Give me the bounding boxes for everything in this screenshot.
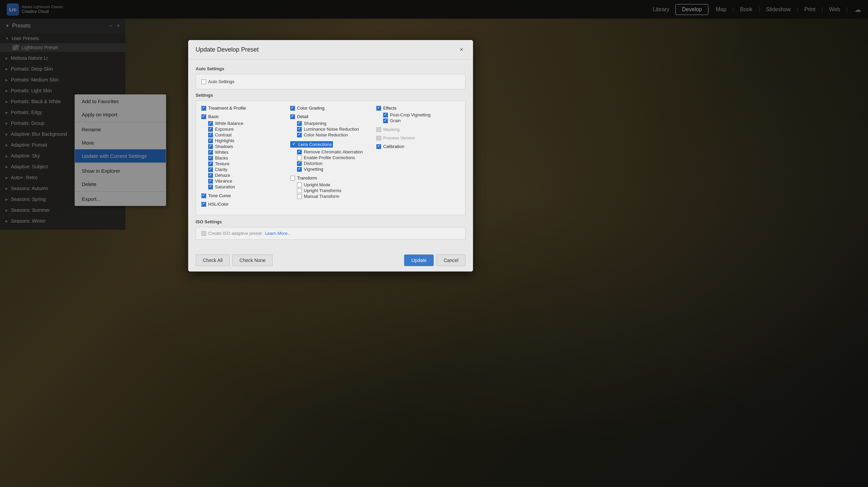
grain-label: Grain	[390, 118, 401, 123]
white-balance-checkbox[interactable]	[208, 121, 213, 126]
check-all-button[interactable]: Check All	[196, 255, 230, 266]
detail-label-row[interactable]: Detail	[290, 114, 371, 119]
treatment-checkbox[interactable]	[201, 106, 206, 111]
saturation-item[interactable]: Saturation	[201, 184, 285, 190]
dehaze-item[interactable]: Dehaze	[201, 172, 285, 178]
modal-header: Update Develop Preset ×	[188, 40, 473, 59]
grain-checkbox[interactable]	[383, 118, 388, 123]
whites-item[interactable]: Whites	[201, 149, 285, 155]
tone-curve-label-row[interactable]: Tone Curve	[201, 193, 285, 198]
check-none-button[interactable]: Check None	[232, 255, 273, 266]
treatment-label-row[interactable]: Treatment & Profile	[201, 106, 285, 111]
highlights-checkbox[interactable]	[208, 138, 213, 143]
masking-label-row[interactable]: Masking	[376, 127, 460, 132]
masking-checkbox[interactable]	[376, 127, 381, 132]
color-grading-checkbox[interactable]	[290, 106, 295, 111]
remove-chromatic-checkbox[interactable]	[297, 150, 302, 154]
footer-left-buttons: Check All Check None	[196, 255, 273, 266]
settings-col-3: Effects Post-Crop Vignetting Grain	[374, 106, 460, 210]
sharpening-item[interactable]: Sharpening	[290, 120, 371, 126]
setting-group-effects: Effects Post-Crop Vignetting Grain	[376, 106, 460, 124]
process-version-checkbox[interactable]	[376, 136, 381, 141]
texture-checkbox[interactable]	[208, 162, 213, 166]
distortion-item[interactable]: Distortion	[290, 161, 371, 166]
iso-checkbox[interactable]	[201, 231, 206, 236]
white-balance-item[interactable]: White Balance	[201, 120, 285, 126]
basic-label-row[interactable]: Basic	[201, 114, 285, 119]
modal-title: Update Develop Preset	[196, 46, 259, 53]
remove-chromatic-item[interactable]: Remove Chromatic Aberration	[290, 149, 371, 155]
saturation-checkbox[interactable]	[208, 185, 213, 189]
upright-transforms-checkbox[interactable]	[297, 188, 302, 193]
upright-mode-item[interactable]: Upright Mode	[290, 182, 371, 188]
color-noise-item[interactable]: Color Noise Reduction	[290, 132, 371, 138]
clarity-item[interactable]: Clarity	[201, 167, 285, 172]
enable-profile-checkbox[interactable]	[297, 155, 302, 160]
vibrance-checkbox[interactable]	[208, 179, 213, 184]
blacks-checkbox[interactable]	[208, 156, 213, 161]
calibration-checkbox[interactable]	[376, 144, 381, 149]
effects-checkbox[interactable]	[376, 106, 381, 111]
distortion-checkbox[interactable]	[297, 161, 302, 166]
grain-item[interactable]: Grain	[376, 118, 460, 124]
hsl-label-row[interactable]: HSL/Color	[201, 202, 285, 207]
detail-checkbox[interactable]	[290, 114, 295, 119]
effects-label-row[interactable]: Effects	[376, 106, 460, 111]
manual-transform-checkbox[interactable]	[297, 194, 302, 199]
clarity-checkbox[interactable]	[208, 167, 213, 172]
process-version-label: Process Version	[383, 135, 415, 141]
shadows-item[interactable]: Shadows	[201, 144, 285, 149]
auto-settings-checkbox-label[interactable]: Auto Settings	[201, 79, 460, 84]
exposure-item[interactable]: Exposure	[201, 126, 285, 132]
contrast-item[interactable]: Contrast	[201, 132, 285, 138]
masking-label: Masking	[383, 127, 399, 132]
post-crop-checkbox[interactable]	[383, 113, 388, 117]
enable-profile-label: Enable Profile Corrections	[304, 155, 355, 160]
update-develop-preset-modal: Update Develop Preset × Auto Settings Au…	[188, 40, 473, 271]
exposure-checkbox[interactable]	[208, 127, 213, 132]
contrast-checkbox[interactable]	[208, 133, 213, 137]
texture-item[interactable]: Texture	[201, 161, 285, 167]
manual-transform-label: Manual Transform	[304, 194, 339, 199]
whites-checkbox[interactable]	[208, 150, 213, 155]
modal-close-button[interactable]: ×	[457, 45, 466, 54]
cancel-button[interactable]: Cancel	[436, 255, 466, 266]
color-grading-label: Color Grading	[297, 106, 324, 111]
shadows-checkbox[interactable]	[208, 144, 213, 149]
sharpening-checkbox[interactable]	[297, 121, 302, 126]
dehaze-checkbox[interactable]	[208, 173, 213, 178]
color-grading-label-row[interactable]: Color Grading	[290, 106, 371, 111]
enable-profile-item[interactable]: Enable Profile Corrections	[290, 155, 371, 161]
manual-transform-item[interactable]: Manual Transform	[290, 193, 371, 199]
learn-more-link[interactable]: Learn More...	[265, 231, 291, 236]
white-balance-label: White Balance	[215, 121, 243, 126]
treatment-label: Treatment & Profile	[208, 106, 246, 111]
vibrance-item[interactable]: Vibrance	[201, 178, 285, 184]
blacks-item[interactable]: Blacks	[201, 155, 285, 161]
lens-checkbox[interactable]	[292, 142, 296, 147]
vignetting-item[interactable]: Vignetting	[290, 166, 371, 172]
setting-group-detail: Detail Sharpening Luminance Noise Reduct…	[290, 114, 371, 138]
basic-checkbox[interactable]	[201, 114, 206, 119]
tone-curve-checkbox[interactable]	[201, 193, 206, 198]
highlights-item[interactable]: Highlights	[201, 138, 285, 144]
luminance-noise-item[interactable]: Luminance Noise Reduction	[290, 126, 371, 132]
auto-settings-checkbox[interactable]	[201, 79, 206, 84]
hsl-checkbox[interactable]	[201, 202, 206, 207]
process-version-label-row[interactable]: Process Version	[376, 135, 460, 141]
iso-checkbox-label[interactable]: Create ISO adaptive preset	[201, 231, 262, 236]
upright-transforms-item[interactable]: Upright Transforms	[290, 188, 371, 193]
setting-group-lens: Lens Corrections Remove Chromatic Aberra…	[290, 141, 371, 172]
transform-checkbox[interactable]	[290, 176, 295, 181]
settings-grid: Treatment & Profile Basic White Bal	[201, 106, 460, 210]
upright-mode-checkbox[interactable]	[297, 183, 302, 187]
calibration-label-row[interactable]: Calibration	[376, 144, 460, 149]
vignetting-checkbox[interactable]	[297, 167, 302, 172]
luminance-noise-checkbox[interactable]	[297, 127, 302, 132]
update-button[interactable]: Update	[404, 255, 434, 266]
post-crop-item[interactable]: Post-Crop Vignetting	[376, 112, 460, 118]
transform-label: Transform	[297, 175, 317, 181]
color-noise-checkbox[interactable]	[297, 133, 302, 137]
transform-label-row[interactable]: Transform	[290, 175, 371, 181]
lens-label-row[interactable]: Lens Corrections	[290, 141, 333, 148]
